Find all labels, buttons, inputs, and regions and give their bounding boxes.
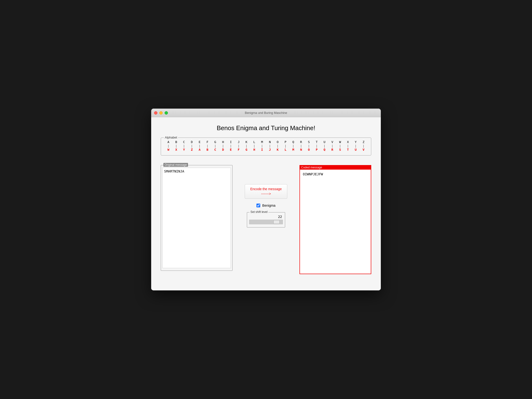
main-section: Original message Encode the message ----… (161, 165, 371, 274)
app-window: Benigma und Buring Maschine Benos Enigma… (151, 109, 381, 290)
maximize-button[interactable] (165, 111, 168, 114)
encode-button-line2: -------> (261, 192, 271, 196)
app-title: Benos Enigma and Turing Machine! (161, 124, 371, 132)
benigma-label: Benigma (262, 203, 275, 207)
original-message-legend: Original message (163, 163, 188, 167)
original-message-panel: Original message (161, 165, 233, 271)
window-title: Benigma und Buring Maschine (245, 111, 287, 114)
coded-message-legend: Coded message (300, 165, 371, 170)
close-button[interactable] (154, 111, 157, 114)
coded-message-textarea[interactable] (301, 171, 369, 271)
titlebar: Benigma und Buring Maschine (151, 109, 381, 117)
benigma-checkbox[interactable] (256, 203, 260, 207)
encode-button-line1: Encode the message (250, 187, 282, 191)
original-message-textarea[interactable] (162, 168, 231, 268)
alphabet-top-row: ABCDEFGHIJKLMNOPQRSTUVWXYZ (165, 140, 367, 144)
benigma-checkbox-row: Benigma (256, 203, 275, 207)
original-message-box: Original message (161, 165, 233, 271)
traffic-lights (154, 111, 168, 114)
shift-value: 22 (249, 215, 283, 219)
coded-message-content (300, 165, 371, 274)
coded-message-panel: Coded message (299, 165, 371, 274)
center-controls: Encode the message -------> Benigma Set … (237, 165, 295, 228)
shift-legend: Set shift level (249, 210, 268, 214)
main-content: Benos Enigma and Turing Machine! Alphabe… (151, 117, 381, 290)
alphabet-section: Alphabet ABCDEFGHIJKLMNOPQRSTUVWXYZ ||||… (161, 138, 371, 155)
encode-button[interactable]: Encode the message -------> (245, 184, 287, 199)
alphabet-divider-row: |||||||||||||||||||||||||| (165, 144, 367, 148)
alphabet-legend: Alphabet (164, 136, 178, 139)
shift-level-section: Set shift level 22 (247, 212, 285, 228)
alphabet-encoded-row: WXYZABCDEFGHIJKLMNOPQRSTUV (165, 148, 367, 152)
coded-message-box: Coded message (299, 165, 371, 274)
shift-slider[interactable] (249, 220, 283, 224)
minimize-button[interactable] (159, 111, 163, 114)
